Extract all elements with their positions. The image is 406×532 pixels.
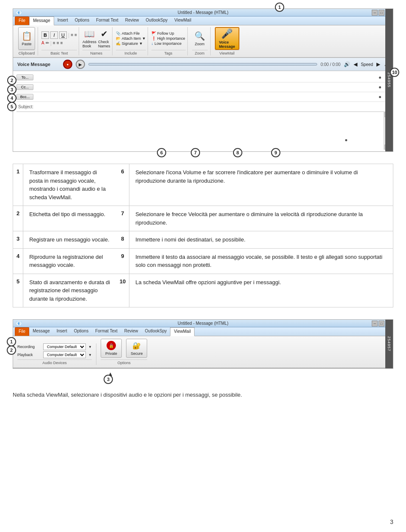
callout2-3: 3	[104, 375, 113, 384]
bold-button[interactable]: B	[41, 31, 49, 39]
signature-button[interactable]: ✍ Signature ▼	[116, 41, 146, 46]
list-icon2: ≡	[74, 33, 77, 37]
italic-button[interactable]: I	[50, 31, 58, 39]
voice-message-button[interactable]: 🎤 VoiceMessage	[215, 27, 239, 50]
align-icon2: ≡	[57, 41, 59, 45]
window-icon: 📧	[16, 10, 22, 16]
ribbon-group-viewmail: 🎤 VoiceMessage ViewMail	[212, 27, 242, 55]
screenshot-top: 📧 Untitled - Message (HTML) ─ □ ✕ File M…	[13, 8, 393, 152]
tab-insert[interactable]: Insert	[54, 16, 71, 25]
minimize-btn[interactable]: ─	[372, 10, 378, 16]
private-button[interactable]: 🔒 Private	[101, 339, 122, 358]
bcc-input[interactable]	[35, 93, 377, 101]
options-group: 🔒 Private 🔐 Secure Options	[101, 339, 148, 365]
tab-file[interactable]: File	[15, 16, 29, 25]
tab2-outlookspy[interactable]: OutlookSpy	[142, 327, 170, 336]
tab-viewmail[interactable]: ViewMail	[171, 16, 195, 25]
zoom-icon: 🔍	[195, 31, 205, 41]
num-5: 5	[13, 274, 23, 307]
to-button[interactable]: To...	[16, 74, 33, 80]
restore-btn[interactable]: □	[379, 10, 384, 16]
num-7: 7	[116, 206, 129, 231]
ribbon-content-2: Recording Computer Default ▼ Playback Co…	[13, 336, 393, 368]
align-icon3: ≡	[60, 41, 63, 45]
paste-button[interactable]: 📋 Paste	[18, 27, 35, 50]
clipboard-label: Clipboard	[18, 50, 35, 55]
attach-file-button[interactable]: 📎 Attach File	[116, 31, 146, 36]
recording-select[interactable]: Computer Default	[43, 343, 86, 350]
callout-4: 4	[7, 93, 16, 103]
tab2-options[interactable]: Options	[71, 327, 92, 336]
low-importance-button[interactable]: ↓ Low Importance	[151, 41, 186, 46]
playback-row: Playback Computer Default ▼	[17, 351, 92, 358]
names-label: Names	[82, 50, 110, 55]
tags-label: Tags	[151, 50, 186, 55]
callout-2: 2	[7, 76, 16, 85]
bcc-button[interactable]: Bcc...	[16, 94, 33, 100]
tab-options[interactable]: Options	[71, 16, 93, 25]
desc-5: Stato di avanzamento e durata di registr…	[23, 274, 116, 307]
subject-input[interactable]	[37, 103, 390, 110]
tab2-review[interactable]: Review	[121, 327, 142, 336]
check-names-icon: ✔	[101, 29, 108, 39]
cc-button[interactable]: Cc...	[16, 84, 33, 90]
num-4: 4	[13, 248, 23, 274]
minimize-btn-2[interactable]: ─	[372, 321, 378, 326]
to-dots	[379, 77, 381, 79]
page-number: 3	[390, 518, 393, 525]
num-1: 1	[13, 164, 23, 206]
table-row: 3 Registrare un messaggio vocale. 8 Imme…	[13, 231, 393, 249]
to-input[interactable]	[35, 74, 377, 81]
zoom-button[interactable]: 🔍 Zoom	[195, 31, 205, 46]
callout-7: 7	[191, 148, 200, 157]
secure-button[interactable]: 🔐 Secure	[126, 339, 148, 358]
high-importance-button[interactable]: ❗ High Importance	[151, 36, 186, 41]
desc-7: Selezionare le frecce Velocità per aumen…	[129, 206, 393, 231]
address-book-button[interactable]: 📖 AddressBook	[82, 29, 96, 48]
tab-message[interactable]: Message	[29, 16, 54, 25]
separator2: |	[50, 40, 52, 46]
tab2-viewmail[interactable]: ViewMail	[170, 327, 195, 336]
watermark-top: 254955	[385, 9, 393, 151]
tab-format-text[interactable]: Format Text	[93, 16, 122, 25]
underline-button[interactable]: U	[59, 31, 67, 39]
ribbon-group-tags: 🚩 Follow Up ❗ High Importance ↓ Low Impo…	[150, 27, 188, 55]
callout-9: 9	[271, 148, 280, 157]
recording-row: Recording Computer Default ▼	[17, 343, 92, 350]
include-label: Include	[116, 50, 146, 55]
description-table: 1 Trasformare il messaggio di posta in m…	[13, 164, 393, 307]
ribbon-group-zoom: 🔍 Zoom Zoom	[189, 27, 211, 55]
ribbon-group-basic-text: B I U | ≡ ≡ A ✏ | ≡ ≡ ≡	[40, 27, 79, 55]
table-row: 2 Etichetta del tipo di messaggio. 7 Sel…	[13, 206, 393, 231]
screenshot-bottom: 📧 Untitled - Message (HTML) ─ □ ✕ File M…	[13, 319, 393, 369]
playback-reverse-icon: ◀	[354, 61, 357, 67]
bottom-note: Nella scheda ViewMail, selezionare i dis…	[13, 391, 393, 399]
cc-row: Cc...	[16, 82, 390, 92]
tab2-file[interactable]: File	[15, 327, 29, 336]
num-8: 8	[116, 231, 129, 249]
tab2-message[interactable]: Message	[29, 327, 53, 336]
bcc-row: Bcc...	[16, 92, 390, 102]
callout-3: 3	[7, 85, 16, 94]
restore-btn-2[interactable]: □	[379, 321, 384, 326]
playback-select[interactable]: Computer Default	[43, 351, 86, 358]
cc-input[interactable]	[35, 83, 377, 91]
tab2-insert[interactable]: Insert	[53, 327, 71, 336]
tab-review[interactable]: Review	[122, 16, 143, 25]
zoom-label: Zoom	[192, 50, 208, 55]
check-names-button[interactable]: ✔ CheckNames	[98, 29, 110, 48]
viewmail-label: ViewMail	[215, 50, 239, 55]
record-button[interactable]: ●	[63, 60, 72, 69]
tab2-format-text[interactable]: Format Text	[92, 327, 121, 336]
low-importance-icon: ↓	[151, 41, 154, 46]
follow-up-button[interactable]: 🚩 Follow Up	[151, 31, 186, 36]
email-body[interactable]: ▲ ▼	[16, 112, 390, 150]
callout-1: 1	[275, 3, 284, 12]
play-button[interactable]: ▶	[76, 60, 85, 69]
tab-outlookspy[interactable]: OutlookSpy	[143, 16, 171, 25]
voice-icon: 🎤	[221, 28, 233, 39]
callout-6: 6	[157, 148, 166, 157]
playback-label: Playback	[17, 353, 41, 357]
font-color-icon: A	[41, 41, 44, 45]
attach-item-button[interactable]: 📂 Attach Item ▼	[116, 36, 146, 41]
